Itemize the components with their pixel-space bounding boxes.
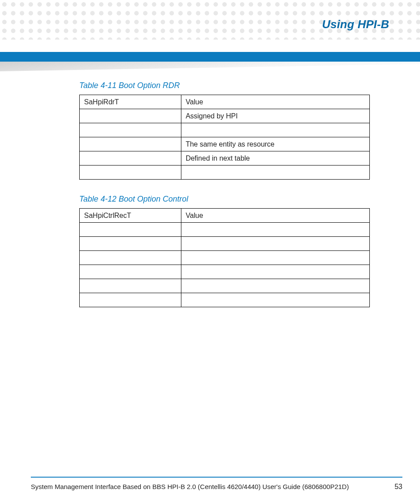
table-cell — [80, 166, 181, 180]
table-cell — [181, 223, 369, 237]
table-row — [80, 223, 370, 237]
table-cell — [181, 279, 369, 293]
table-cell — [80, 123, 181, 137]
table-cell: Value — [181, 95, 369, 109]
table-cell — [181, 166, 369, 180]
table-row: SaHpiCtrlRecT Value — [80, 209, 370, 223]
table-cell — [80, 151, 181, 166]
header-blue-bar — [0, 52, 420, 62]
table-row — [80, 166, 370, 180]
table-caption-1: Table 4-11 Boot Option RDR — [79, 81, 370, 90]
table-cell: Defined in next table — [181, 151, 369, 166]
table-cell — [80, 279, 181, 293]
table-row: SaHpiRdrT Value — [80, 95, 370, 109]
table-cell — [80, 223, 181, 237]
chapter-title: Using HPI-B — [322, 18, 389, 31]
table-cell — [80, 237, 181, 251]
table-cell — [80, 109, 181, 123]
table-cell — [181, 123, 369, 137]
footer-rule — [31, 477, 402, 478]
table-cell: SaHpiCtrlRecT — [80, 209, 181, 223]
table-cell: Assigned by HPI — [181, 109, 369, 123]
table-row — [80, 251, 370, 265]
footer: System Management Interface Based on BBS… — [31, 483, 402, 491]
table-row — [80, 237, 370, 251]
table-cell — [181, 237, 369, 251]
header-shadow — [0, 62, 420, 71]
table-row — [80, 279, 370, 293]
table-row — [80, 123, 370, 137]
table-cell — [80, 293, 181, 307]
table-boot-option-rdr: SaHpiRdrT Value Assigned by HPI The same… — [79, 95, 370, 180]
table-cell — [181, 293, 369, 307]
table-cell: Value — [181, 209, 369, 223]
table-cell — [181, 265, 369, 279]
footer-text: System Management Interface Based on BBS… — [31, 483, 349, 490]
table-row: Assigned by HPI — [80, 109, 370, 123]
page-content: Table 4-11 Boot Option RDR SaHpiRdrT Val… — [79, 81, 370, 322]
table-row — [80, 265, 370, 279]
table-cell: SaHpiRdrT — [80, 95, 181, 109]
table-cell — [80, 137, 181, 151]
table-boot-option-control: SaHpiCtrlRecT Value — [79, 208, 370, 307]
table-row — [80, 293, 370, 307]
page-number: 53 — [394, 483, 402, 491]
table-cell — [181, 251, 369, 265]
table-row: The same entity as resource — [80, 137, 370, 151]
table-cell: The same entity as resource — [181, 137, 369, 151]
table-cell — [80, 251, 181, 265]
table-cell — [80, 265, 181, 279]
table-caption-2: Table 4-12 Boot Option Control — [79, 195, 370, 204]
table-row: Defined in next table — [80, 151, 370, 166]
